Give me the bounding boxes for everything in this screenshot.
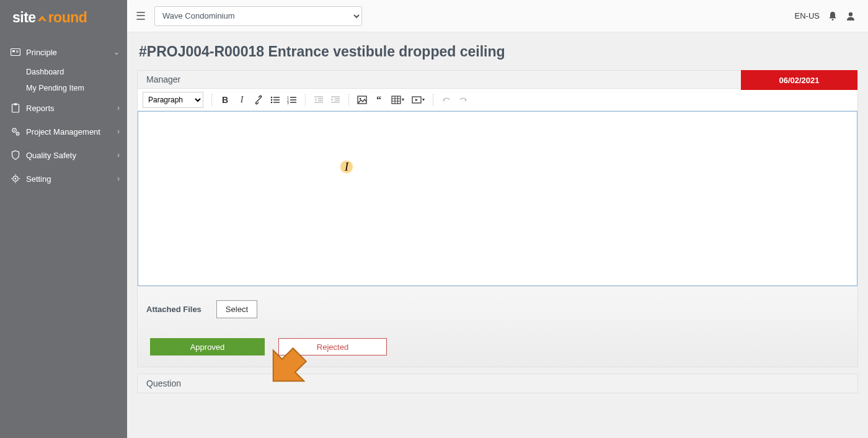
panel-header-label: Manager [138, 74, 189, 84]
svg-point-17 [832, 19, 834, 20]
chevron-down-icon: ⌄ [113, 48, 120, 56]
toolbar-separator [211, 94, 212, 106]
question-section-header[interactable]: Question [137, 373, 858, 393]
menu-toggle-icon[interactable]: ☰ [136, 9, 146, 23]
sidebar-label-principle: Principle [26, 48, 57, 57]
rejected-button[interactable]: Rejected [278, 338, 387, 355]
cursor-highlight-icon: I [340, 160, 353, 174]
redo-button[interactable] [456, 92, 471, 107]
user-icon[interactable] [846, 11, 856, 21]
date-badge: 06/02/2021 [741, 70, 857, 90]
select-file-button[interactable]: Select [216, 300, 257, 318]
svg-point-12 [15, 178, 17, 180]
svg-marker-0 [38, 16, 46, 21]
logo-text-round: round [48, 9, 87, 26]
svg-point-8 [14, 130, 15, 131]
svg-point-43 [360, 97, 361, 99]
chevron-right-icon: › [117, 151, 120, 159]
attached-files-label: Attached Files [146, 305, 202, 314]
sidebar-item-project-management[interactable]: Project Management › [0, 120, 127, 143]
numbered-list-button[interactable]: 123 [285, 92, 299, 107]
sidebar-item-setting[interactable]: Setting › [0, 167, 127, 190]
main-content: #PROJ004-R00018 Entrance vestibule dropp… [127, 32, 868, 438]
svg-rect-1 [11, 49, 20, 56]
language-label[interactable]: EN-US [795, 11, 820, 20]
logo-caret-icon [37, 13, 48, 23]
svg-marker-36 [315, 99, 317, 101]
format-select[interactable]: Paragraph [143, 92, 203, 108]
sidebar-item-reports[interactable]: Reports › [0, 96, 127, 120]
sidebar-label-reports: Reports [26, 104, 55, 113]
outdent-button[interactable] [311, 92, 326, 107]
svg-rect-5 [12, 104, 19, 112]
sidebar-label-quality-safety: Quality Safety [26, 151, 76, 160]
toolbar-separator [348, 94, 349, 106]
svg-rect-6 [14, 104, 17, 105]
quote-button[interactable]: “ [371, 92, 386, 107]
clipboard-icon [10, 102, 21, 114]
svg-rect-2 [12, 50, 15, 52]
logo-text-site: site [12, 9, 36, 26]
sidebar-item-quality-safety[interactable]: Quality Safety › [0, 143, 127, 167]
svg-marker-41 [332, 98, 334, 101]
panel-header: Manager 06/02/2021 [137, 70, 858, 89]
project-select[interactable]: Wave Condominium [154, 6, 362, 26]
bell-icon[interactable] [828, 11, 837, 21]
svg-point-20 [271, 99, 273, 101]
svg-point-18 [849, 12, 852, 16]
italic-button[interactable]: I [234, 92, 249, 107]
svg-point-19 [271, 96, 273, 98]
svg-point-21 [271, 101, 273, 103]
image-button[interactable] [355, 92, 370, 107]
page-title: #PROJ004-R00018 Entrance vestibule dropp… [137, 43, 858, 60]
bold-button[interactable]: B [218, 92, 232, 107]
svg-marker-50 [415, 99, 418, 101]
gear-icon [10, 173, 21, 184]
media-button[interactable]: ▾ [409, 92, 427, 107]
svg-rect-44 [392, 96, 401, 104]
approved-button[interactable]: Approved [150, 338, 265, 355]
logo: site round [0, 0, 127, 35]
svg-marker-52 [465, 98, 467, 102]
chevron-right-icon: › [117, 104, 120, 112]
editor-toolbar: Paragraph B I 123 [138, 89, 857, 111]
rich-text-editor: Paragraph B I 123 [137, 89, 858, 287]
topbar: ☰ Wave Condominium EN-US [127, 0, 868, 32]
sidebar-item-pending[interactable]: My Pending Item [26, 80, 127, 96]
sidebar-item-principle[interactable]: Principle ⌄ [0, 40, 127, 64]
chevron-right-icon: › [117, 127, 120, 136]
svg-marker-51 [443, 98, 445, 102]
panel-body: Attached Files Select Approved Rejected [137, 287, 858, 367]
sidebar-item-dashboard[interactable]: Dashboard [26, 64, 127, 80]
editor-textarea[interactable]: I [138, 111, 857, 286]
gears-icon [10, 126, 21, 137]
bullet-list-button[interactable] [268, 92, 283, 107]
toolbar-separator [305, 94, 306, 106]
sidebar: site round Principle ⌄ Dashboard My Pend… [0, 0, 127, 438]
table-button[interactable]: ▾ [388, 92, 407, 107]
text-cursor-icon: I [345, 161, 348, 174]
svg-marker-35 [315, 98, 317, 99]
sidebar-label-setting: Setting [26, 174, 51, 184]
svg-text:3: 3 [287, 101, 289, 104]
sidebar-label-project-mgmt: Project Management [26, 127, 100, 136]
indent-button[interactable] [328, 92, 343, 107]
link-button[interactable] [251, 92, 266, 107]
id-card-icon [10, 47, 21, 58]
shield-icon [10, 150, 21, 161]
chevron-right-icon: › [117, 174, 120, 183]
toolbar-separator [433, 94, 433, 106]
svg-point-10 [17, 133, 18, 134]
undo-button[interactable] [439, 92, 454, 107]
